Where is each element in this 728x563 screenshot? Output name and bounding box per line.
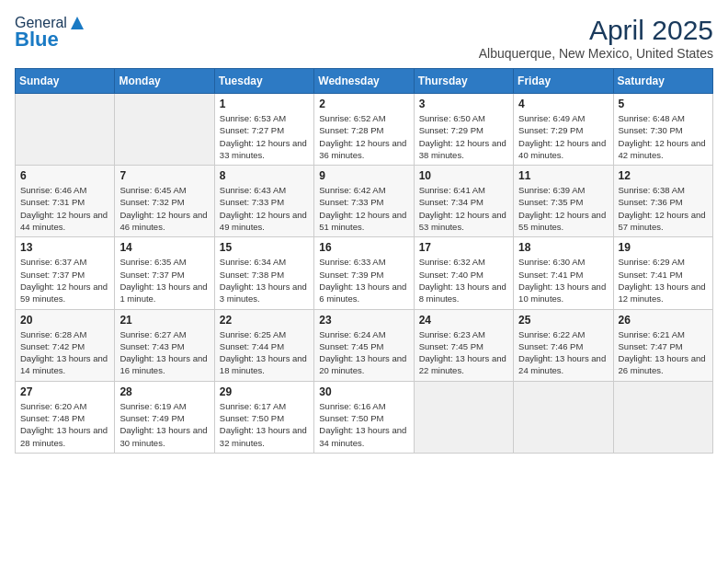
calendar-cell: 5Sunrise: 6:48 AM Sunset: 7:30 PM Daylig…	[613, 94, 712, 166]
calendar-week-row: 1Sunrise: 6:53 AM Sunset: 7:27 PM Daylig…	[16, 94, 713, 166]
calendar-cell: 30Sunrise: 6:16 AM Sunset: 7:50 PM Dayli…	[314, 381, 414, 453]
day-number: 23	[319, 314, 408, 327]
day-info: Sunrise: 6:27 AM Sunset: 7:43 PM Dayligh…	[119, 328, 209, 377]
day-info: Sunrise: 6:53 AM Sunset: 7:27 PM Dayligh…	[220, 112, 309, 161]
day-number: 20	[20, 314, 109, 327]
day-info: Sunrise: 6:32 AM Sunset: 7:40 PM Dayligh…	[419, 256, 508, 304]
calendar-cell: 12Sunrise: 6:38 AM Sunset: 7:36 PM Dayli…	[613, 166, 712, 237]
calendar-cell: 13Sunrise: 6:37 AM Sunset: 7:37 PM Dayli…	[16, 237, 115, 309]
day-info: Sunrise: 6:34 AM Sunset: 7:38 PM Dayligh…	[220, 256, 309, 304]
day-number: 8	[220, 169, 309, 182]
weekday-header-wednesday: Wednesday	[314, 69, 414, 94]
calendar-cell: 10Sunrise: 6:41 AM Sunset: 7:34 PM Dayli…	[414, 166, 513, 237]
calendar-cell: 27Sunrise: 6:20 AM Sunset: 7:48 PM Dayli…	[16, 381, 115, 453]
day-number: 29	[220, 385, 309, 398]
day-number: 4	[518, 98, 608, 110]
day-number: 18	[518, 241, 608, 254]
day-info: Sunrise: 6:42 AM Sunset: 7:33 PM Dayligh…	[319, 184, 408, 233]
weekday-header-row: SundayMondayTuesdayWednesdayThursdayFrid…	[16, 69, 713, 94]
day-info: Sunrise: 6:24 AM Sunset: 7:45 PM Dayligh…	[319, 328, 408, 377]
calendar-cell	[613, 381, 712, 453]
day-number: 6	[20, 169, 109, 182]
calendar-week-row: 6Sunrise: 6:46 AM Sunset: 7:31 PM Daylig…	[16, 166, 713, 237]
calendar-week-row: 20Sunrise: 6:28 AM Sunset: 7:42 PM Dayli…	[16, 309, 713, 381]
title-block: April 2025 Albuquerque, New Mexico, Unit…	[479, 15, 713, 61]
weekday-header-sunday: Sunday	[16, 69, 115, 94]
day-number: 5	[619, 98, 708, 110]
calendar-cell: 20Sunrise: 6:28 AM Sunset: 7:42 PM Dayli…	[16, 309, 115, 381]
day-number: 12	[619, 169, 708, 182]
weekday-header-tuesday: Tuesday	[214, 69, 313, 94]
calendar-cell: 29Sunrise: 6:17 AM Sunset: 7:50 PM Dayli…	[214, 381, 313, 453]
day-info: Sunrise: 6:49 AM Sunset: 7:29 PM Dayligh…	[518, 112, 608, 161]
day-info: Sunrise: 6:25 AM Sunset: 7:44 PM Dayligh…	[220, 328, 309, 377]
calendar-cell: 22Sunrise: 6:25 AM Sunset: 7:44 PM Dayli…	[214, 309, 313, 381]
weekday-header-monday: Monday	[115, 69, 214, 94]
day-info: Sunrise: 6:28 AM Sunset: 7:42 PM Dayligh…	[20, 328, 109, 377]
day-info: Sunrise: 6:17 AM Sunset: 7:50 PM Dayligh…	[220, 400, 309, 449]
day-number: 16	[319, 241, 408, 254]
day-info: Sunrise: 6:39 AM Sunset: 7:35 PM Dayligh…	[518, 184, 608, 233]
day-info: Sunrise: 6:41 AM Sunset: 7:34 PM Dayligh…	[419, 184, 508, 233]
calendar-cell: 2Sunrise: 6:52 AM Sunset: 7:28 PM Daylig…	[314, 94, 414, 166]
day-number: 26	[619, 314, 708, 327]
calendar-cell	[115, 94, 214, 166]
day-number: 9	[319, 169, 408, 182]
day-number: 3	[419, 98, 508, 110]
calendar-cell: 1Sunrise: 6:53 AM Sunset: 7:27 PM Daylig…	[214, 94, 313, 166]
day-number: 19	[619, 241, 708, 254]
page-header: General Blue April 2025 Albuquerque, New…	[15, 15, 713, 61]
calendar-cell: 25Sunrise: 6:22 AM Sunset: 7:46 PM Dayli…	[514, 309, 613, 381]
day-number: 14	[119, 241, 209, 254]
day-info: Sunrise: 6:16 AM Sunset: 7:50 PM Dayligh…	[319, 400, 408, 449]
day-info: Sunrise: 6:48 AM Sunset: 7:30 PM Dayligh…	[619, 112, 708, 161]
calendar-cell: 7Sunrise: 6:45 AM Sunset: 7:32 PM Daylig…	[115, 166, 214, 237]
calendar-cell: 9Sunrise: 6:42 AM Sunset: 7:33 PM Daylig…	[314, 166, 414, 237]
calendar-cell: 8Sunrise: 6:43 AM Sunset: 7:33 PM Daylig…	[214, 166, 313, 237]
day-number: 13	[20, 241, 109, 254]
calendar-cell: 19Sunrise: 6:29 AM Sunset: 7:41 PM Dayli…	[613, 237, 712, 309]
calendar-cell: 14Sunrise: 6:35 AM Sunset: 7:37 PM Dayli…	[115, 237, 214, 309]
calendar-cell: 4Sunrise: 6:49 AM Sunset: 7:29 PM Daylig…	[514, 94, 613, 166]
calendar-subtitle: Albuquerque, New Mexico, United States	[479, 46, 713, 61]
day-info: Sunrise: 6:46 AM Sunset: 7:31 PM Dayligh…	[20, 184, 109, 233]
calendar-cell: 6Sunrise: 6:46 AM Sunset: 7:31 PM Daylig…	[16, 166, 115, 237]
day-number: 1	[220, 98, 309, 110]
calendar-cell: 28Sunrise: 6:19 AM Sunset: 7:49 PM Dayli…	[115, 381, 214, 453]
calendar-cell: 24Sunrise: 6:23 AM Sunset: 7:45 PM Dayli…	[414, 309, 513, 381]
day-number: 25	[518, 314, 608, 327]
calendar-week-row: 27Sunrise: 6:20 AM Sunset: 7:48 PM Dayli…	[16, 381, 713, 453]
calendar-title: April 2025	[479, 15, 713, 46]
calendar-cell: 16Sunrise: 6:33 AM Sunset: 7:39 PM Dayli…	[314, 237, 414, 309]
calendar-cell	[414, 381, 513, 453]
day-number: 27	[20, 385, 109, 398]
logo: General Blue	[15, 15, 85, 52]
calendar-cell: 17Sunrise: 6:32 AM Sunset: 7:40 PM Dayli…	[414, 237, 513, 309]
weekday-header-saturday: Saturday	[613, 69, 712, 94]
calendar-cell: 3Sunrise: 6:50 AM Sunset: 7:29 PM Daylig…	[414, 94, 513, 166]
day-number: 7	[119, 169, 209, 182]
day-number: 30	[319, 385, 408, 398]
weekday-header-friday: Friday	[514, 69, 613, 94]
weekday-header-thursday: Thursday	[414, 69, 513, 94]
calendar-cell: 11Sunrise: 6:39 AM Sunset: 7:35 PM Dayli…	[514, 166, 613, 237]
day-number: 15	[220, 241, 309, 254]
day-info: Sunrise: 6:43 AM Sunset: 7:33 PM Dayligh…	[220, 184, 309, 233]
day-info: Sunrise: 6:29 AM Sunset: 7:41 PM Dayligh…	[619, 256, 708, 304]
calendar-cell: 15Sunrise: 6:34 AM Sunset: 7:38 PM Dayli…	[214, 237, 313, 309]
day-number: 17	[419, 241, 508, 254]
day-info: Sunrise: 6:20 AM Sunset: 7:48 PM Dayligh…	[20, 400, 109, 449]
day-info: Sunrise: 6:19 AM Sunset: 7:49 PM Dayligh…	[119, 400, 209, 449]
day-number: 24	[419, 314, 508, 327]
day-info: Sunrise: 6:45 AM Sunset: 7:32 PM Dayligh…	[119, 184, 209, 233]
day-number: 10	[419, 169, 508, 182]
day-number: 21	[119, 314, 209, 327]
day-number: 2	[319, 98, 408, 110]
calendar-week-row: 13Sunrise: 6:37 AM Sunset: 7:37 PM Dayli…	[16, 237, 713, 309]
day-number: 28	[119, 385, 209, 398]
calendar-cell	[16, 94, 115, 166]
logo-triangle-icon	[69, 15, 85, 31]
day-info: Sunrise: 6:50 AM Sunset: 7:29 PM Dayligh…	[419, 112, 508, 161]
calendar-cell	[514, 381, 613, 453]
day-info: Sunrise: 6:33 AM Sunset: 7:39 PM Dayligh…	[319, 256, 408, 304]
